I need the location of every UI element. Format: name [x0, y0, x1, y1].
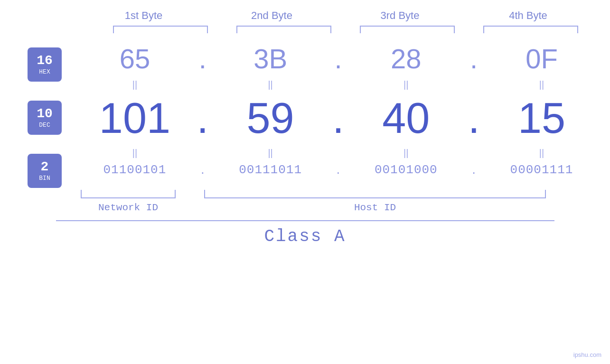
main-container: 1st Byte 2nd Byte 3rd Byte 4th Byte 16 H… — [0, 0, 610, 364]
dec-byte-2: 59 — [223, 94, 318, 143]
byte-header-1: 1st Byte — [89, 9, 198, 22]
label-spacer — [176, 202, 204, 213]
hex-byte-1: 65 — [87, 43, 182, 75]
dec-dot-1: . — [196, 94, 210, 143]
class-section: Class A — [0, 220, 610, 246]
dec-badge-label: DEC — [39, 121, 50, 129]
bracket-top-3 — [360, 26, 455, 33]
dec-row: 101 . 59 . 40 . 15 — [66, 94, 610, 143]
class-line — [56, 220, 554, 221]
equals-2-3: || — [358, 148, 453, 159]
equals-2-2: || — [223, 148, 318, 159]
bin-byte-4: 00001111 — [494, 163, 589, 177]
hex-byte-2: 3B — [223, 43, 318, 75]
bin-badge-number: 2 — [41, 160, 49, 175]
id-labels: Network ID Host ID — [81, 202, 610, 213]
equals-1-2: || — [223, 79, 318, 90]
byte-header-3: 3rd Byte — [346, 9, 455, 22]
bracket-top-1 — [113, 26, 208, 33]
network-id-label: Network ID — [81, 202, 176, 213]
hex-dot-1: . — [196, 43, 210, 75]
hex-byte-4: 0F — [494, 43, 589, 75]
bracket-host-id — [204, 190, 546, 198]
bin-dot-2: . — [331, 162, 345, 177]
bin-byte-2: 00111011 — [223, 163, 318, 177]
hex-badge-label: HEX — [39, 68, 50, 75]
hex-badge: 16 HEX — [28, 47, 62, 82]
equals-2-4: || — [494, 148, 589, 159]
bracket-net-id — [81, 190, 176, 198]
bin-dot-3: . — [467, 162, 481, 177]
hex-dot-2: . — [331, 43, 345, 75]
hex-row: 65 . 3B . 28 . 0F — [66, 43, 610, 75]
dec-badge-number: 10 — [37, 107, 53, 121]
byte-header-2: 2nd Byte — [217, 9, 327, 22]
dec-dot-3: . — [467, 94, 481, 143]
bottom-brackets — [81, 190, 610, 198]
bin-byte-1: 01100101 — [87, 163, 182, 177]
host-id-label: Host ID — [204, 202, 546, 213]
hex-byte-3: 28 — [358, 43, 453, 75]
bin-row: 01100101 . 00111011 . 00101000 . 0000111… — [66, 162, 610, 177]
top-brackets — [113, 26, 578, 33]
dec-badge: 10 DEC — [28, 101, 62, 135]
content-area: 16 HEX 10 DEC 2 BIN 65 . 3B . 28 . 0F — [0, 43, 610, 188]
dec-dot-2: . — [331, 94, 345, 143]
bracket-top-4 — [483, 26, 578, 33]
dec-byte-1: 101 — [87, 94, 182, 143]
byte-header-4: 4th Byte — [474, 9, 583, 22]
bin-dot-1: . — [196, 162, 210, 177]
equals-row-1: || || || || — [66, 79, 610, 90]
bin-badge: 2 BIN — [28, 154, 62, 188]
hex-badge-number: 16 — [37, 54, 53, 68]
bin-badge-label: BIN — [39, 175, 50, 182]
equals-2-1: || — [87, 148, 182, 159]
bytes-grid: 65 . 3B . 28 . 0F || || || || 101 — [66, 43, 610, 188]
badges-column: 16 HEX 10 DEC 2 BIN — [0, 43, 66, 188]
equals-1-3: || — [358, 79, 453, 90]
class-label: Class A — [264, 227, 346, 246]
equals-1-1: || — [87, 79, 182, 90]
hex-dot-3: . — [467, 43, 481, 75]
dec-byte-3: 40 — [358, 94, 453, 143]
watermark: ipshu.com — [573, 351, 601, 358]
equals-row-2: || || || || — [66, 148, 610, 159]
byte-headers: 1st Byte 2nd Byte 3rd Byte 4th Byte — [80, 9, 592, 22]
equals-1-4: || — [494, 79, 589, 90]
bin-byte-3: 00101000 — [358, 163, 453, 177]
dec-byte-4: 15 — [494, 94, 589, 143]
bracket-top-2 — [236, 26, 331, 33]
bottom-section: Network ID Host ID — [0, 190, 610, 213]
